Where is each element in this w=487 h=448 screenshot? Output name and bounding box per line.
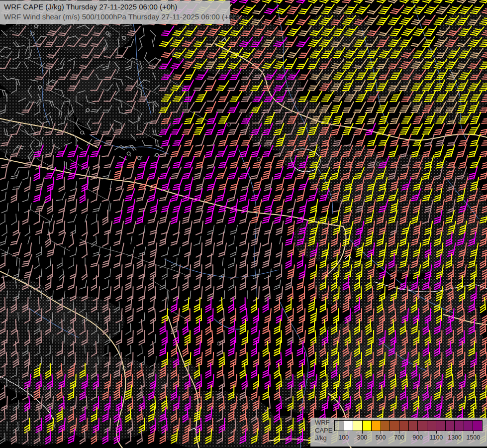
legend-label: WRF CAPE J/kg [315, 419, 332, 442]
cape-legend: WRF CAPE J/kg 10030050070090011001300150… [310, 418, 487, 447]
colorbar-cell [363, 421, 372, 431]
title-cape-line: WRF CAPE (J/kg) Thursday 27-11-2025 06:0… [4, 2, 226, 12]
map-title-box: WRF CAPE (J/kg) Thursday 27-11-2025 06:0… [0, 0, 230, 24]
colorbar-tick [436, 431, 437, 434]
colorbar-tick [344, 431, 344, 434]
wind-barb [98, 313, 98, 321]
colorbar-cell [344, 421, 354, 431]
colorbar-cell [390, 421, 399, 431]
colorbar-cell [335, 421, 344, 431]
colorbar-tick [399, 431, 399, 434]
title-windshear-line: WRF Wind shear (m/s) 500/1000hPa Thursda… [4, 12, 226, 22]
colorbar-tick-label: 1300 [448, 434, 462, 441]
colorbar-tick-label: 300 [357, 434, 367, 441]
colorbar-cell [464, 421, 474, 431]
wind-barb [18, 378, 18, 386]
wind-barb [7, 422, 7, 430]
colorbar-cell [436, 421, 446, 431]
colorbar-cell [353, 421, 363, 431]
colorbar-tick-label: 500 [376, 434, 386, 441]
colorbar-tick [418, 431, 418, 434]
colorbar-cell [372, 421, 381, 431]
wind-barb [7, 291, 7, 299]
legend-label-units: J/kg [315, 434, 332, 442]
legend-label-cape: CAPE [315, 427, 332, 435]
colorbar-tick-label: 1500 [466, 434, 480, 441]
colorbar-tick-label: 1100 [429, 434, 443, 441]
colorbar-tick [455, 431, 455, 434]
colorbar-cell [418, 421, 427, 431]
colorbar-tick [381, 431, 381, 434]
colorbar-cell [455, 421, 464, 431]
colorbar-tick [362, 431, 363, 434]
colorbar-cell [473, 421, 482, 431]
colorbar-tick-label: 100 [338, 434, 349, 441]
colorbar-cell [427, 421, 437, 431]
wind-barb [28, 324, 28, 332]
colorbar-cell [381, 421, 390, 431]
cape-colorbar [334, 420, 483, 431]
colorbar-tick-label: 900 [412, 434, 423, 441]
terrain-stipple-patch [70, 60, 189, 139]
colorbar-cell [446, 421, 455, 431]
wind-barb [85, 345, 85, 353]
legend-label-wrf: WRF [315, 419, 332, 427]
colorbar-cell [399, 421, 409, 431]
weather-map-screen: WRF CAPE (J/kg) Thursday 27-11-2025 06:0… [0, 0, 487, 448]
colorbar-cell [409, 421, 418, 431]
map-canvas [0, 0, 487, 448]
colorbar-tick [473, 431, 474, 434]
wind-barb [53, 335, 53, 342]
terrain-stipple-patch [35, 296, 124, 346]
colorbar-tick-label: 700 [394, 434, 404, 441]
